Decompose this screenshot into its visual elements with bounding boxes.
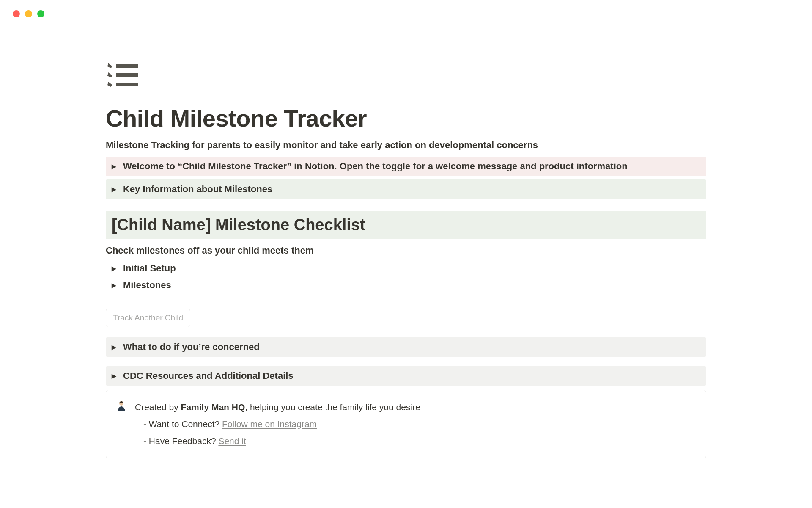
feedback-prefix: - Have Feedback? — [143, 436, 218, 446]
toggle-arrow-icon: ▶ — [112, 186, 116, 193]
track-another-child-button[interactable]: Track Another Child — [106, 309, 190, 327]
checklist-subtitle: Check milestones off as your child meets… — [106, 245, 706, 256]
minimize-window-button[interactable] — [25, 10, 32, 17]
svg-rect-2 — [116, 83, 138, 86]
toggle-welcome-label: Welcome to “Child Milestone Tracker” in … — [123, 161, 628, 172]
created-by-name: Family Man HQ — [181, 402, 245, 412]
credits-line-3: - Have Feedback? Send it — [135, 433, 420, 450]
toggle-concerned-label: What to do if you’re concerned — [123, 342, 260, 353]
page-subtitle: Milestone Tracking for parents to easily… — [106, 140, 706, 151]
toggle-cdc[interactable]: ▶ CDC Resources and Additional Details — [106, 366, 706, 386]
created-by-suffix: , helping you create the family life you… — [245, 402, 420, 412]
toggle-initial-setup-label: Initial Setup — [123, 263, 176, 274]
instagram-link[interactable]: Follow me on Instagram — [222, 419, 317, 429]
toggle-welcome[interactable]: ▶ Welcome to “Child Milestone Tracker” i… — [106, 157, 706, 176]
person-icon — [115, 400, 127, 411]
toggle-arrow-icon: ▶ — [112, 373, 116, 379]
created-by-prefix: Created by — [135, 402, 181, 412]
toggle-milestones-label: Milestones — [123, 280, 171, 291]
credits-line-1: Created by Family Man HQ, helping you cr… — [135, 399, 420, 416]
toggle-cdc-label: CDC Resources and Additional Details — [123, 370, 294, 381]
toggle-arrow-icon: ▶ — [112, 265, 116, 272]
notion-page: Child Milestone Tracker Milestone Tracki… — [51, 17, 761, 458]
credits-callout: Created by Family Man HQ, helping you cr… — [106, 390, 706, 458]
credits-line-2: - Want to Connect? Follow me on Instagra… — [135, 416, 420, 433]
toggle-concerned[interactable]: ▶ What to do if you’re concerned — [106, 337, 706, 357]
checklist-heading-block[interactable]: [Child Name] Milestone Checklist — [106, 211, 706, 239]
checklist-heading: [Child Name] Milestone Checklist — [112, 216, 700, 234]
toggle-arrow-icon: ▶ — [112, 163, 116, 170]
close-window-button[interactable] — [13, 10, 20, 17]
connect-prefix: - Want to Connect? — [143, 419, 222, 429]
toggle-milestones[interactable]: ▶ Milestones — [106, 278, 706, 293]
svg-rect-0 — [116, 64, 138, 68]
credits-body: Created by Family Man HQ, helping you cr… — [135, 399, 420, 450]
toggle-arrow-icon: ▶ — [112, 282, 116, 289]
fullscreen-window-button[interactable] — [37, 10, 44, 17]
page-title[interactable]: Child Milestone Tracker — [106, 105, 706, 132]
toggle-key-info-label: Key Information about Milestones — [123, 184, 272, 195]
feedback-link[interactable]: Send it — [218, 436, 246, 446]
toggle-initial-setup[interactable]: ▶ Initial Setup — [106, 261, 706, 276]
svg-rect-1 — [116, 73, 138, 77]
window-traffic-lights — [0, 0, 812, 17]
toggle-arrow-icon: ▶ — [112, 344, 116, 351]
page-icon[interactable] — [106, 60, 706, 92]
toggle-key-info[interactable]: ▶ Key Information about Milestones — [106, 179, 706, 199]
